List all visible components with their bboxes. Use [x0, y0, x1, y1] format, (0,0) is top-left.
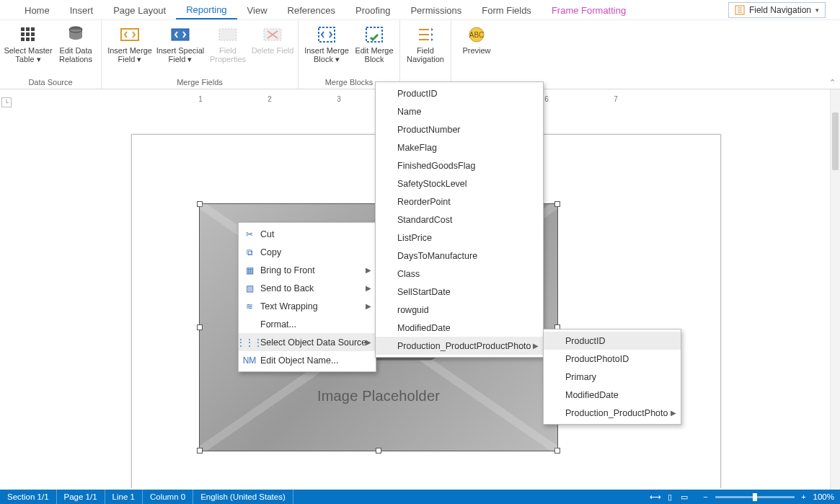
resize-handle[interactable]	[554, 448, 560, 454]
svg-rect-9	[31, 37, 35, 41]
field-submenu-item[interactable]: MakeFlag	[376, 138, 543, 156]
field-submenu-item[interactable]: FinishedGoodsFlag	[376, 156, 543, 174]
product-photo-submenu: ProductIDProductPhotoIDPrimaryModifiedDa…	[543, 329, 681, 425]
chevron-right-icon: ▶	[366, 302, 371, 310]
ribbon-group-field-nav: Field Navigation	[400, 20, 451, 89]
ribbon-group-data-source: Select Master Table ▾ Edit Data Relation…	[0, 20, 102, 89]
ruler-tick: 6	[544, 95, 549, 103]
field-submenu-item[interactable]: SafetyStockLevel	[376, 174, 543, 193]
field-submenu-item[interactable]: ModifiedDate	[376, 319, 543, 337]
field-submenu-item[interactable]: rowguid	[376, 301, 543, 319]
field-submenu-item[interactable]: ProductNumber	[376, 120, 543, 138]
field-submenu-item[interactable]: SellStartDate	[376, 283, 543, 301]
resize-handle[interactable]	[197, 201, 203, 207]
ctx-item-label: Copy	[260, 247, 281, 257]
chevron-right-icon: ▶	[533, 342, 539, 350]
photo-submenu-item[interactable]: ProductPhotoID	[544, 350, 681, 368]
layout-view2-icon[interactable]: ▭	[679, 492, 689, 502]
context-menu-item[interactable]: Format...	[239, 315, 376, 333]
photo-submenu-label: ModifiedDate	[565, 390, 619, 400]
vertical-scrollbar[interactable]	[830, 89, 840, 490]
zoom-out-icon[interactable]: −	[701, 492, 711, 502]
scrollbar-thumb[interactable]	[832, 112, 839, 170]
field-submenu-label: Name	[397, 107, 421, 117]
chevron-down-icon: ▾	[815, 6, 819, 14]
field-submenu-label: StandardCost	[397, 215, 452, 225]
status-page[interactable]: Page 1/1	[57, 490, 105, 504]
resize-handle[interactable]	[197, 448, 203, 454]
status-section[interactable]: Section 1/1	[0, 490, 57, 504]
field-properties-button: Field Properties	[205, 23, 250, 76]
field-submenu-item[interactable]: Class	[376, 265, 543, 283]
context-menu-item[interactable]: ⧉ Copy	[239, 243, 376, 261]
field-navigation-dropdown[interactable]: Field Navigation ▾	[728, 2, 826, 18]
tab-reporting[interactable]: Reporting	[176, 0, 236, 19]
fit-width-icon[interactable]: ⟷	[650, 492, 660, 502]
field-submenu-label: FinishedGoodsFlag	[397, 161, 475, 171]
merge-field-icon	[120, 25, 140, 45]
status-line[interactable]: Line 1	[105, 490, 143, 504]
zoom-in-icon[interactable]: +	[799, 492, 809, 502]
photo-submenu-item[interactable]: Primary	[544, 368, 681, 386]
ribbon-group-preview: ABC Preview	[451, 20, 502, 89]
photo-submenu-item[interactable]: ProductID	[544, 332, 681, 350]
vertical-ruler[interactable]	[3, 112, 16, 488]
field-submenu-item[interactable]: StandardCost	[376, 211, 543, 229]
field-navigation-icon	[735, 5, 745, 15]
ctx-item-icon: ≋	[239, 301, 260, 311]
context-menu-item[interactable]: NM Edit Object Name...	[239, 351, 376, 369]
zoom-slider[interactable]	[715, 496, 795, 498]
context-menu-item[interactable]: ▧ Send to Back ▶	[239, 279, 376, 297]
field-submenu-item[interactable]: ReorderPoint	[376, 193, 543, 211]
tab-references[interactable]: References	[278, 1, 345, 19]
tab-page-layout[interactable]: Page Layout	[103, 1, 176, 19]
select-master-table-button[interactable]: Select Master Table ▾	[3, 23, 53, 76]
preview-button[interactable]: ABC Preview	[454, 23, 499, 76]
context-menu-item[interactable]: ▦ Bring to Front ▶	[239, 261, 376, 279]
context-menu-item[interactable]: ⋮⋮⋮ Select Object Data Source ▶	[239, 333, 376, 351]
field-nav-icon	[415, 25, 436, 45]
field-submenu-item[interactable]: DaysToManufacture	[376, 247, 543, 265]
tab-insert[interactable]: Insert	[60, 1, 104, 19]
photo-submenu-item[interactable]: Production_ProductPhoto▶	[544, 404, 681, 422]
tab-frame-formatting[interactable]: Frame Formatting	[541, 1, 636, 19]
field-properties-icon	[218, 25, 238, 45]
insert-merge-field-button[interactable]: Insert Merge Field ▾	[105, 23, 155, 76]
image-placeholder-label: Image Placeholder	[317, 388, 440, 404]
resize-handle[interactable]	[554, 201, 560, 207]
status-language[interactable]: English (United States)	[193, 490, 293, 504]
tab-form-fields[interactable]: Form Fields	[472, 1, 541, 19]
edit-data-relations-button[interactable]: Edit Data Relations	[53, 23, 98, 76]
resize-handle[interactable]	[197, 324, 203, 330]
ctx-item-icon: ▦	[239, 265, 260, 275]
ctx-item-label: Format...	[260, 319, 296, 330]
field-list-submenu: ProductIDNameProductNumberMakeFlagFinish…	[375, 81, 544, 358]
zoom-percent-label[interactable]: 100%	[813, 492, 834, 501]
context-menu-item[interactable]: ≋ Text Wrapping ▶	[239, 297, 376, 315]
edit-merge-block-button[interactable]: Edit Merge Block	[352, 23, 397, 76]
resize-handle[interactable]	[376, 448, 381, 454]
svg-rect-7	[21, 37, 25, 41]
ribbon-collapse-icon[interactable]: ⌃	[829, 78, 836, 87]
tab-permissions[interactable]: Permissions	[400, 1, 472, 19]
view-buttons: ⟷ ▯ ▭	[645, 492, 695, 502]
zoom-control[interactable]: − + 100%	[695, 492, 840, 502]
field-submenu-item[interactable]: Production_ProductProductPhoto▶	[376, 337, 543, 355]
svg-rect-2	[26, 27, 30, 31]
layout-view-icon[interactable]: ▯	[665, 492, 675, 502]
context-menu-item[interactable]: ✂ Cut	[239, 225, 376, 243]
field-submenu-item[interactable]: Name	[376, 102, 543, 120]
ctx-item-icon: ⧉	[239, 247, 260, 257]
tab-view[interactable]: View	[237, 1, 278, 19]
field-submenu-item[interactable]: ProductID	[376, 84, 543, 102]
status-column[interactable]: Column 0	[143, 490, 193, 504]
insert-special-field-button[interactable]: Insert Special Field ▾	[155, 23, 205, 76]
ruler-corner[interactable]: └	[1, 97, 12, 107]
status-bar: Section 1/1 Page 1/1 Line 1 Column 0 Eng…	[0, 490, 840, 504]
field-navigation-button[interactable]: Field Navigation	[403, 23, 448, 76]
tab-proofing[interactable]: Proofing	[345, 1, 400, 19]
tab-home[interactable]: Home	[14, 1, 60, 19]
insert-merge-block-button[interactable]: Insert Merge Block ▾	[301, 23, 352, 76]
field-submenu-item[interactable]: ListPrice	[376, 229, 543, 247]
photo-submenu-item[interactable]: ModifiedDate	[544, 386, 681, 404]
